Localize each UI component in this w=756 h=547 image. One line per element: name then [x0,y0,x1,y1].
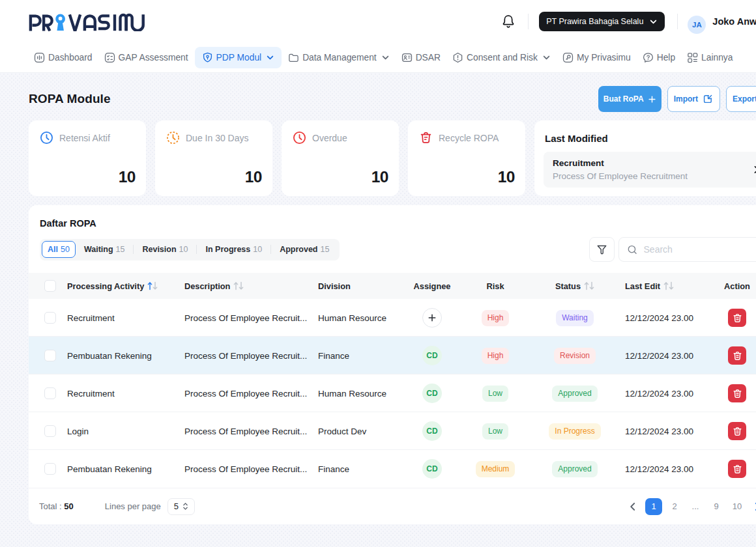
next-page-button[interactable] [749,498,756,515]
assignee-badge[interactable]: CD [422,346,442,365]
privasimu-logo[interactable] [29,12,145,31]
cell-description: Process Of Employee Recruit... [184,351,318,361]
nav-item-consent-and-risk[interactable]: Consent and Risk [452,48,551,67]
clock-icon [293,131,306,145]
column-label: Risk [486,281,504,291]
delete-row-button[interactable] [728,422,746,440]
status-badge: Waiting [556,310,594,326]
cell-risk: High [459,348,532,364]
cell-assignee: CD [405,459,459,479]
cell-checkbox [44,463,67,475]
last-modified-name: Recruitment [553,158,688,168]
table-row[interactable]: Pembuatan Rekening Process Of Employee R… [29,450,756,488]
assignee-badge[interactable]: CD [422,459,442,479]
assignee-badge[interactable]: CD [422,384,442,403]
page-ellipsis[interactable]: ... [687,498,704,515]
nav-item-my-privasimu[interactable]: My Privasimu [562,48,631,67]
select-all-checkbox[interactable] [44,280,56,292]
table-row[interactable]: Recruitment Process Of Employee Recruit.… [29,299,756,337]
prev-page-button[interactable] [624,498,641,515]
delete-row-button[interactable] [728,309,746,327]
plus-icon [428,313,437,322]
nav-item-dsar[interactable]: DSAR [401,48,441,67]
stat-label: Recycle ROPA [439,133,499,143]
risk-badge: Medium [476,461,516,477]
column-header-activity[interactable]: Processing Activity [67,281,184,291]
cell-action [721,422,753,440]
tab-all[interactable]: All 50 [42,241,76,258]
tab-label: In Progress [205,245,250,254]
tab-approved[interactable]: Approved 15 [271,241,338,258]
nav-item-lainnya[interactable]: Lainnya [687,48,733,67]
row-checkbox[interactable] [44,312,56,324]
page-button-2[interactable]: 2 [666,498,683,515]
create-ropa-button[interactable]: Buat RoPA [598,86,662,112]
page-actions: Buat RoPA Import Export [598,86,756,112]
table-row[interactable]: Pembuatan Rekening Process Of Employee R… [29,337,756,374]
nav-label: DSAR [416,53,441,63]
last-modified-item[interactable]: Recruitment Process Of Employee Recruitm… [544,152,756,188]
stats-row: Retensi Aktif 10 Due In 30 Days 10 Overd… [29,120,756,196]
assignee-badge[interactable]: CD [422,421,442,441]
notifications-button[interactable] [498,11,519,32]
sort-icon [584,281,594,290]
chevron-right-icon [751,165,756,175]
row-checkbox[interactable] [44,350,56,361]
cell-activity: Pembuatan Rekening [67,351,184,361]
stat-value: 10 [371,169,388,186]
tab-in-progress[interactable]: In Progress 10 [197,241,270,258]
tab-label: All [48,245,58,254]
page-button-9[interactable]: 9 [708,498,725,515]
column-header-last-edit[interactable]: Last Edit [618,281,721,291]
page-button-10[interactable]: 10 [729,498,746,515]
search-input[interactable] [644,244,755,255]
cell-assignee: CD [405,421,459,441]
table-row[interactable]: Recruitment Process Of Employee Recruit.… [29,374,756,412]
delete-row-button[interactable] [728,460,746,478]
lines-per-page-stepper[interactable]: 5 [167,498,195,515]
stat-card-due-30-days: Due In 30 Days 10 [155,120,272,196]
divider [677,14,678,29]
column-header-status[interactable]: Status [532,281,618,291]
column-header-description[interactable]: Description [184,281,318,291]
privasimu-logo-icon [29,12,145,31]
tab-waiting[interactable]: Waiting 15 [76,241,134,258]
clock-icon [40,131,53,145]
table-row[interactable]: Login Process Of Employee Recruit... Pro… [29,412,756,450]
delete-row-button[interactable] [728,346,746,365]
table-title: Daftar ROPA [40,218,756,229]
column-header-division[interactable]: Division [318,281,405,291]
nav-item-data-management[interactable]: Data Management [288,48,390,67]
add-assignee-button[interactable] [422,308,442,328]
cell-activity: Recruitment [67,313,184,323]
trash-icon [419,131,433,145]
risk-badge: Low [482,386,508,402]
page-button-1[interactable]: 1 [645,498,662,515]
total-value: 50 [64,501,73,511]
nav-item-dashboard[interactable]: Dashboard [34,48,93,67]
search-box [618,237,756,262]
status-badge: Approved [552,461,597,477]
column-header-assignee[interactable]: Assignee [405,281,459,291]
column-label: Action [724,281,750,291]
org-selector[interactable]: PT Prawira Bahagia Selalu [539,12,665,31]
nav-item-help[interactable]: Help [643,48,675,67]
cell-division: Product Dev [318,427,405,436]
delete-row-button[interactable] [728,384,746,402]
stat-label: Retensi Aktif [59,133,110,143]
filter-button[interactable] [589,237,615,262]
cell-risk: Low [459,423,532,440]
export-button[interactable]: Export [726,86,756,112]
row-checkbox[interactable] [44,463,56,475]
import-button[interactable]: Import [667,86,720,112]
tab-revision[interactable]: Revision 10 [134,241,196,258]
nav-item-pdp-modul[interactable]: PDP Modul [195,47,282,68]
row-checkbox[interactable] [44,425,56,437]
row-checkbox[interactable] [44,387,56,399]
column-header-risk[interactable]: Risk [459,281,532,291]
checklist-icon [104,52,115,63]
navbar: Dashboard GAP Assessment PDP Modul Data … [0,43,756,73]
avatar[interactable]: JA [688,16,706,34]
cell-activity: Pembuatan Rekening [67,464,184,474]
nav-item-gap-assessment[interactable]: GAP Assessment [104,48,188,67]
